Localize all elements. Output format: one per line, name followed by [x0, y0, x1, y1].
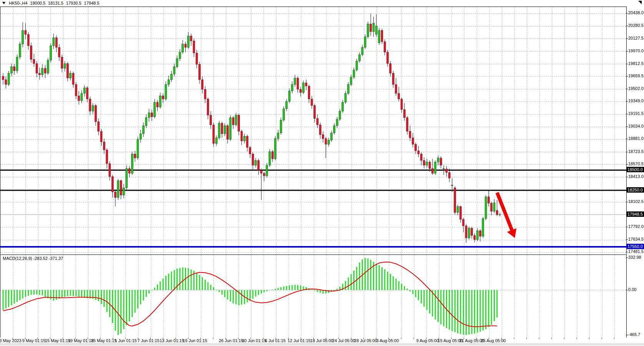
- price-tick: [626, 38, 628, 39]
- price-tick: [626, 240, 628, 240]
- candle-body: [115, 192, 116, 198]
- macd-indicator-panel[interactable]: [0, 255, 627, 338]
- candle-body: [316, 118, 318, 125]
- candle-body: [58, 47, 60, 57]
- candle-body: [288, 91, 290, 101]
- candle-body: [95, 105, 97, 121]
- candle-body: [159, 96, 161, 107]
- candle-body: [252, 154, 254, 165]
- candle-body: [238, 115, 240, 131]
- symbol-timeframe: HK50-,H4: [9, 1, 27, 5]
- candle-body: [412, 138, 414, 144]
- candle-body: [347, 85, 349, 93]
- candle-body: [356, 61, 358, 70]
- quote-open: 18000.5: [30, 1, 45, 5]
- candle-body: [415, 144, 417, 151]
- candle-body: [485, 197, 487, 219]
- price-axis-label: 19659.5: [628, 73, 644, 78]
- candle-body: [263, 173, 265, 176]
- time-axis[interactable]: 3 May 20239 May 01:1515 May 01:1519 May …: [0, 338, 644, 344]
- candle-body: [353, 70, 355, 77]
- candle-body: [30, 46, 32, 60]
- chart-header: HK50-,H4 18000.5 18131.5 17930.5 17948.5: [0, 0, 644, 7]
- chart-window: HK50-,H4 18000.5 18131.5 17930.5 17948.5…: [0, 0, 644, 346]
- candle-body: [182, 44, 184, 52]
- candle-body: [75, 85, 77, 96]
- candle-body: [370, 24, 372, 32]
- candle-body: [16, 57, 18, 71]
- candle-body: [463, 220, 464, 226]
- candle-body: [339, 111, 341, 119]
- candle-body: [406, 118, 408, 131]
- price-tick: [626, 101, 628, 101]
- candle-body: [426, 162, 428, 165]
- candle-body: [454, 188, 456, 213]
- candle-body: [193, 41, 195, 53]
- price-tick: [626, 89, 628, 89]
- candle-body: [151, 113, 153, 117]
- candle-body: [401, 99, 403, 110]
- macd-signal-value: -371.37: [49, 256, 63, 261]
- candle-body: [224, 126, 226, 134]
- candle-body: [300, 89, 301, 92]
- candle-body: [2, 77, 4, 80]
- candle-body: [50, 46, 52, 60]
- candle-body: [120, 181, 122, 195]
- price-chart-panel[interactable]: [0, 7, 627, 254]
- candle-body: [275, 139, 276, 159]
- candle-body: [437, 158, 439, 162]
- candle-body: [27, 35, 29, 46]
- candle-body: [499, 215, 501, 215]
- candle-body: [171, 74, 173, 80]
- time-axis-label: 12 Jul 01:15: [288, 338, 311, 343]
- candle-body: [361, 47, 363, 55]
- time-axis-label: 3 Aug 05:00: [376, 338, 399, 343]
- candle-body: [269, 151, 271, 165]
- candle-body: [64, 63, 66, 68]
- candle-body: [70, 73, 72, 78]
- scale-corner-icon[interactable]: [638, 1, 642, 4]
- candle-body: [230, 118, 231, 140]
- candle-body: [443, 168, 445, 169]
- candle-body: [13, 67, 15, 71]
- price-tick: [626, 64, 628, 64]
- candle-body: [465, 226, 467, 238]
- candle-body: [350, 77, 352, 85]
- price-tick: [626, 152, 628, 152]
- time-axis-label: 9 May 01:15: [22, 338, 46, 343]
- macd-tick: [626, 258, 628, 258]
- macd-plot[interactable]: [0, 255, 626, 338]
- candle-body: [179, 52, 181, 59]
- chevron-down-icon[interactable]: [2, 2, 5, 4]
- candle-body: [280, 120, 282, 133]
- candle-body: [196, 53, 198, 64]
- price-axis-label: 20280.5: [628, 23, 644, 28]
- candle-body: [61, 57, 63, 68]
- candle-body: [213, 125, 215, 143]
- candle-body: [336, 119, 338, 126]
- time-axis-label: 18 Jul 05:00: [310, 338, 333, 343]
- candle-body: [297, 78, 299, 89]
- candlestick-plot[interactable]: [0, 7, 626, 254]
- candle-body: [446, 169, 448, 172]
- price-tick: [626, 139, 628, 139]
- window-bottom-edge: [0, 344, 644, 346]
- candle-body: [92, 105, 94, 111]
- candle-body: [395, 85, 397, 93]
- trend-arrow-line[interactable]: [497, 193, 512, 231]
- price-tick: [626, 227, 628, 227]
- candle-body: [137, 140, 139, 158]
- candle-body: [190, 36, 192, 41]
- candle-body: [409, 131, 411, 138]
- time-axis-label: 25 Aug 05:00: [481, 338, 506, 343]
- price-tick: [626, 164, 628, 165]
- candle-body: [215, 138, 217, 143]
- candle-body: [207, 99, 209, 115]
- candle-body: [221, 123, 223, 134]
- candle-body: [162, 96, 164, 99]
- candle-body: [111, 176, 113, 192]
- price-axis-label: 18881.0: [628, 136, 644, 141]
- candle-body: [98, 121, 100, 131]
- time-axis-label: 26 Jun 01:15: [219, 338, 243, 343]
- time-axis-label: 6 Jul 01:15: [265, 338, 286, 343]
